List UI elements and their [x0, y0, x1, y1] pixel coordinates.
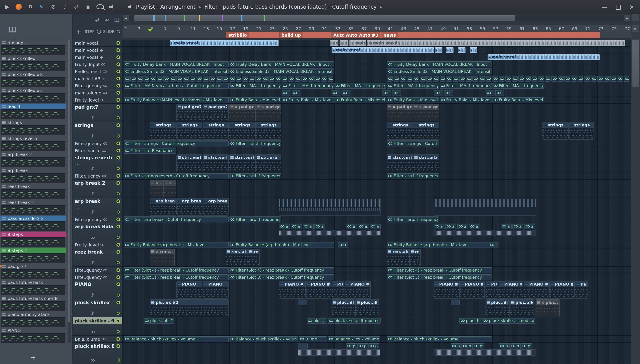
automation-clip[interactable]: Filter - strings - Cutoff frequency #2: [387, 140, 439, 146]
pattern-clip[interactable]: arp break: [176, 198, 202, 216]
automation-clip[interactable]: M..: [229, 76, 235, 82]
automation-clip[interactable]: a..: [279, 224, 290, 229]
second-led[interactable]: [117, 358, 120, 362]
automation-clip[interactable]: M..: [486, 76, 491, 82]
automation-clip[interactable]: M..: [249, 76, 254, 82]
pattern-clip[interactable]: strings: [413, 122, 439, 140]
audio-clip[interactable]: ▸: [470, 47, 477, 53]
automation-clip[interactable]: Fruity Balance (arp break ) - Mix level: [229, 242, 334, 248]
automation-clip[interactable]: ..e: [495, 90, 504, 96]
automation-clip[interactable]: Endless Smile 32 - MAIN VOCAL BREAK - In…: [229, 68, 334, 74]
pattern-clip[interactable]: strings: [542, 122, 568, 140]
automation-clip[interactable]: M..: [505, 76, 511, 82]
mute-led[interactable]: [116, 243, 120, 247]
pattern-preview-clip[interactable]: [279, 230, 381, 236]
scroll-down-button[interactable]: ▸: [632, 25, 639, 32]
automation-clip[interactable]: M..: [551, 76, 557, 82]
automation-clip[interactable]: B..me: [299, 336, 327, 342]
pattern-clip[interactable]: ree..ak 2: [226, 249, 248, 266]
automation-clip[interactable]: Endless Smile 32 - MAIN VOCAL BREAK - In…: [124, 68, 229, 74]
automation-clip[interactable]: a..: [501, 224, 512, 229]
pattern-clip-muted[interactable]: ×..2: [150, 180, 163, 197]
automation-clip[interactable]: M..: [394, 76, 399, 82]
browser-item[interactable]: 8 steps: [0, 232, 66, 248]
mute-led[interactable]: [116, 62, 120, 66]
pattern-clip[interactable]: stri..verb: [229, 154, 255, 172]
automation-clip[interactable]: M..: [242, 76, 248, 82]
automation-clip[interactable]: Fruity Bala..- Mix level: [229, 97, 281, 103]
automation-clip[interactable]: Filter - MA..f frequency: [282, 83, 334, 89]
pattern-clip[interactable]: PIANO #2: [279, 281, 305, 299]
automation-clip[interactable]: ..e: [342, 90, 350, 96]
automation-clip[interactable]: Fruity Bala..- Mix level: [334, 97, 386, 103]
second-led[interactable]: [117, 294, 120, 297]
automation-clip[interactable]: M..: [176, 76, 182, 82]
pattern-clip[interactable]: PIA..2: [486, 281, 498, 299]
automation-clip[interactable]: M..: [222, 76, 228, 82]
automation-clip[interactable]: pl..: [510, 343, 521, 349]
horizontal-scrollbar[interactable]: ◂ ▸: [122, 14, 631, 22]
automation-clip[interactable]: M..: [183, 76, 189, 82]
automation-clip[interactable]: Filter (Slot 3) - reez break - Cutoff fr…: [229, 274, 334, 280]
automation-clip[interactable]: Filter - arp..f frequency: [387, 216, 439, 222]
automation-clip[interactable]: M..: [578, 76, 583, 82]
automation-clip[interactable]: M..: [295, 76, 301, 82]
pattern-clip-muted[interactable]: ×reez..eak: [150, 249, 175, 266]
pattern-clip-muted[interactable]: ×..2: [163, 180, 176, 197]
vscroll-thumb[interactable]: [632, 40, 639, 87]
automation-clip[interactable]: M..: [255, 76, 261, 82]
automation-clip[interactable]: M..: [446, 76, 452, 82]
automation-clip[interactable]: a..: [314, 224, 325, 229]
mute-led[interactable]: [116, 282, 120, 286]
automation-clip[interactable]: Filter - MAIN vocal athmos - Cutoff freq…: [124, 83, 229, 89]
pattern-clip[interactable]: stri..verb: [387, 154, 413, 172]
pattern-clip[interactable]: pad grx7: [203, 104, 229, 121]
automation-clip[interactable]: Filter - MA..f frequency: [229, 83, 281, 89]
automation-clip[interactable]: pl..: [368, 343, 379, 349]
mute-led[interactable]: [116, 225, 120, 228]
automation-clip[interactable]: M..: [400, 76, 406, 82]
magnet-icon[interactable]: ∪: [27, 3, 33, 10]
automation-clip[interactable]: M..: [532, 76, 537, 82]
track-header[interactable]: Filte..quency: [73, 140, 122, 147]
track-header[interactable]: main vocal+: [73, 47, 122, 54]
automation-clip[interactable]: M..: [617, 76, 623, 82]
pattern-clip[interactable]: stri..verb: [176, 154, 202, 172]
automation-clip[interactable]: a..: [346, 224, 357, 229]
automation-clip[interactable]: M..: [282, 76, 287, 82]
automation-clip[interactable]: M..: [203, 76, 208, 82]
pattern-clip-muted[interactable]: ×pad grx7: [413, 104, 439, 121]
automation-clip[interactable]: Filter - MA..f frequency: [387, 83, 439, 89]
automation-clip[interactable]: M..: [591, 76, 597, 82]
second-led[interactable]: [117, 330, 120, 333]
arrangement-section[interactable]: Auto: [344, 32, 357, 38]
pattern-clip[interactable]: PIANO #2: [499, 281, 523, 299]
automation-clip[interactable]: M..: [420, 76, 426, 82]
track-header[interactable]: pluck skrillex Bal..: [73, 343, 122, 364]
track-header[interactable]: pluck skrillex - flt..: [73, 317, 122, 336]
automation-clip[interactable]: ..e: [392, 90, 401, 96]
automation-clip[interactable]: M..: [163, 76, 169, 82]
automation-clip[interactable]: pl..: [357, 343, 368, 349]
audio-clip-muted[interactable]: ×m..l: [330, 40, 338, 46]
automation-clip[interactable]: Fruity Bala..- Mix level: [282, 97, 334, 103]
automation-clip[interactable]: Filter (Slot 4) - reez break - Cutoff fr…: [387, 267, 492, 273]
pattern-preview-clip[interactable]: [434, 349, 536, 356]
brush-icon[interactable]: ✎: [39, 3, 45, 10]
pattern-clip[interactable]: PIANO: [203, 281, 229, 299]
automation-clip[interactable]: a..: [457, 224, 468, 229]
audio-clip-muted[interactable]: ×main..cal: [349, 40, 366, 46]
minimize-button[interactable]: —: [602, 3, 608, 10]
automation-clip[interactable]: M..: [150, 76, 156, 82]
pattern-clip-muted[interactable]: ×pluc..illex: [536, 299, 560, 317]
pattern-preview-clip[interactable]: [298, 349, 380, 356]
automation-clip[interactable]: ..e: [332, 90, 340, 96]
track-header[interactable]: arp break Balanc..: [73, 223, 122, 241]
track-header[interactable]: Filte..quency: [73, 274, 122, 281]
automation-clip[interactable]: Fruity Bala..- Mix level: [492, 97, 544, 103]
track-header[interactable]: pad grx7♪: [73, 104, 122, 122]
automation-clip[interactable]: Filter - stri..f frequency: [229, 173, 281, 179]
track-header[interactable]: Filter..nance: [73, 147, 122, 154]
automation-clip[interactable]: Fruity Bala..- Mix level: [387, 97, 439, 103]
track-header[interactable]: strings♪: [73, 122, 122, 140]
